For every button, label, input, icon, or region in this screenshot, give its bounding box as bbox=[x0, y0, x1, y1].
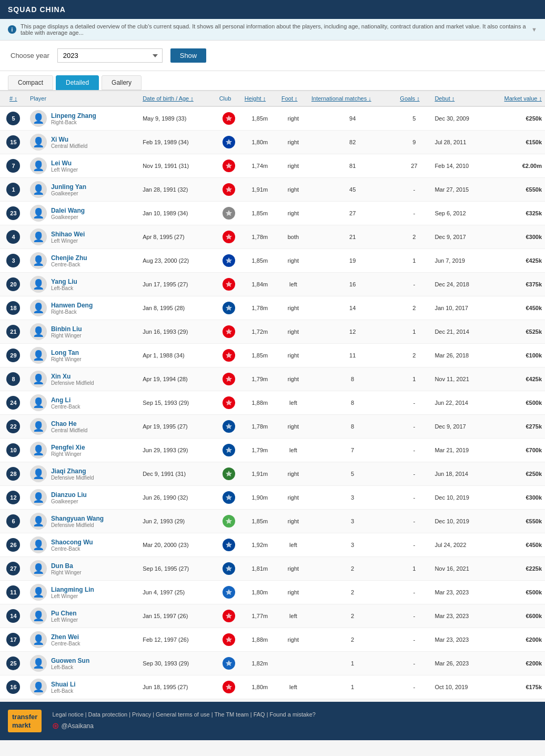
svg-marker-2 bbox=[226, 163, 232, 168]
jersey-badge: 4 bbox=[6, 230, 20, 244]
matches-cell: 8 bbox=[308, 391, 397, 415]
club-logo[interactable] bbox=[223, 633, 235, 646]
col-intl-matches[interactable]: International matches ↓ bbox=[308, 91, 397, 106]
club-logo[interactable] bbox=[223, 325, 235, 338]
foot-cell: right bbox=[278, 154, 308, 178]
tab-compact[interactable]: Compact bbox=[8, 75, 53, 90]
jersey-badge: 14 bbox=[6, 609, 20, 623]
club-logo[interactable] bbox=[223, 562, 235, 575]
club-logo[interactable] bbox=[223, 681, 235, 693]
club-logo[interactable] bbox=[223, 136, 235, 148]
club-logo[interactable] bbox=[223, 231, 235, 243]
height-cell: 1,80m bbox=[241, 131, 278, 154]
club-logo[interactable] bbox=[223, 112, 235, 125]
club-logo[interactable] bbox=[223, 160, 235, 172]
player-name[interactable]: Guowen Sun bbox=[51, 657, 89, 664]
club-logo[interactable] bbox=[223, 207, 235, 220]
player-name[interactable]: Shaocong Wu bbox=[51, 539, 93, 546]
player-name[interactable]: Hanwen Deng bbox=[51, 302, 93, 309]
market-value-cell: €550k bbox=[486, 510, 545, 533]
club-cell bbox=[216, 344, 241, 367]
player-name[interactable]: Xi Wu bbox=[51, 136, 87, 143]
player-avatar: 👤 bbox=[30, 442, 47, 459]
show-button[interactable]: Show bbox=[170, 48, 207, 63]
club-logo[interactable] bbox=[223, 420, 235, 433]
player-name[interactable]: Jiaqi Zhang bbox=[51, 467, 94, 475]
player-name[interactable]: Chenjie Zhu bbox=[51, 254, 87, 262]
player-name[interactable]: Pengfei Xie bbox=[51, 444, 85, 451]
height-cell: 1,77m bbox=[241, 604, 278, 628]
player-name[interactable]: Liangming Lin bbox=[51, 586, 94, 593]
link-faq[interactable]: FAQ bbox=[254, 711, 265, 718]
svg-marker-15 bbox=[226, 471, 232, 476]
player-name[interactable]: Long Tan bbox=[51, 349, 82, 356]
club-logo[interactable] bbox=[223, 302, 235, 314]
player-name[interactable]: Dalei Wang bbox=[51, 207, 85, 214]
goals-cell: 5 bbox=[397, 106, 431, 131]
club-logo[interactable] bbox=[223, 349, 235, 362]
expand-icon[interactable]: ▼ bbox=[531, 26, 537, 33]
player-name[interactable]: Chao He bbox=[51, 420, 87, 427]
club-logo[interactable] bbox=[223, 373, 235, 385]
debut-cell: Mar 21, 2019 bbox=[431, 439, 486, 462]
club-logo[interactable] bbox=[223, 539, 235, 551]
link-privacy[interactable]: Privacy bbox=[132, 711, 151, 718]
club-logo[interactable] bbox=[223, 183, 235, 196]
player-name[interactable]: Pu Chen bbox=[51, 610, 78, 617]
matches-cell: 5 bbox=[308, 462, 397, 486]
jersey-badge: 11 bbox=[6, 585, 20, 599]
player-name[interactable]: Binbin Liu bbox=[51, 325, 82, 333]
club-logo[interactable] bbox=[223, 396, 235, 409]
matches-cell: 16 bbox=[308, 273, 397, 296]
col-debut[interactable]: Debut ↕ bbox=[431, 91, 486, 106]
player-name[interactable]: Yang Liu bbox=[51, 278, 77, 285]
goals-cell: 1 bbox=[397, 249, 431, 273]
link-tm-team[interactable]: The TM team bbox=[215, 711, 249, 718]
col-foot[interactable]: Foot ↕ bbox=[278, 91, 308, 106]
debut-cell: Dec 10, 2019 bbox=[431, 510, 486, 533]
club-logo[interactable] bbox=[223, 515, 235, 528]
col-dob[interactable]: Date of birth / Age ↕ bbox=[139, 91, 216, 106]
player-position: Central Midfield bbox=[51, 427, 87, 433]
club-logo[interactable] bbox=[223, 467, 235, 480]
market-value-cell: €600k bbox=[486, 604, 545, 628]
player-name[interactable]: Dianzuo Liu bbox=[51, 491, 87, 499]
col-market-value[interactable]: Market value ↕ bbox=[486, 91, 545, 106]
player-name[interactable]: Shuai Li bbox=[51, 681, 76, 688]
player-name[interactable]: Ang Li bbox=[51, 396, 80, 404]
tab-gallery[interactable]: Gallery bbox=[102, 75, 142, 90]
club-logo[interactable] bbox=[223, 586, 235, 599]
club-logo[interactable] bbox=[223, 610, 235, 622]
player-name[interactable]: Linpeng Zhang bbox=[51, 112, 96, 120]
club-logo[interactable] bbox=[223, 254, 235, 267]
player-name[interactable]: Junling Yan bbox=[51, 183, 86, 191]
matches-cell: 94 bbox=[308, 106, 397, 131]
col-number[interactable]: # ↕ bbox=[0, 91, 27, 106]
col-height[interactable]: Height ↕ bbox=[241, 91, 278, 106]
link-data-protection[interactable]: Data protection bbox=[88, 711, 128, 718]
club-logo[interactable] bbox=[223, 278, 235, 291]
link-legal[interactable]: Legal notice bbox=[52, 711, 83, 718]
club-logo[interactable] bbox=[223, 444, 235, 456]
player-position: Left-Back bbox=[51, 688, 76, 694]
player-name[interactable]: Dun Ba bbox=[51, 562, 82, 570]
jersey-badge: 5 bbox=[6, 112, 20, 125]
club-logo[interactable] bbox=[223, 657, 235, 670]
col-goals[interactable]: Goals ↕ bbox=[397, 91, 431, 106]
player-name[interactable]: Xin Xu bbox=[51, 373, 94, 380]
goals-cell: - bbox=[397, 273, 431, 296]
table-row: 27 👤 Dun Ba Right Winger Sep 16, 1995 (2… bbox=[0, 557, 545, 581]
player-name[interactable]: Shangyuan Wang bbox=[51, 515, 104, 522]
link-mistake[interactable]: Found a mistake? bbox=[270, 711, 316, 718]
goals-cell: 1 bbox=[397, 557, 431, 581]
player-name[interactable]: Zhen Wei bbox=[51, 633, 80, 641]
table-row: 18 👤 Hanwen Deng Right-Back Jan 8, 1995 … bbox=[0, 296, 545, 320]
link-terms[interactable]: General terms of use bbox=[156, 711, 210, 718]
club-logo[interactable] bbox=[223, 491, 235, 504]
tab-detailed[interactable]: Detailed bbox=[56, 75, 99, 90]
year-select[interactable]: 2020 2021 2022 2023 bbox=[57, 48, 163, 63]
club-cell bbox=[216, 391, 241, 415]
goals-cell: - bbox=[397, 628, 431, 652]
player-name[interactable]: Shihao Wei bbox=[51, 231, 85, 238]
player-name[interactable]: Lei Wu bbox=[51, 160, 78, 167]
